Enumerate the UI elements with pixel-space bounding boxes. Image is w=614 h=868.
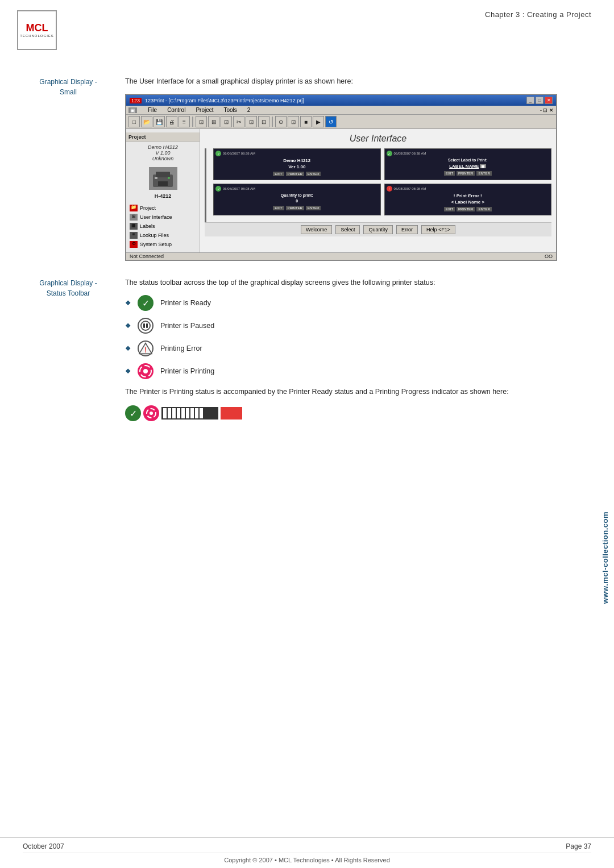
screen1-exit-btn[interactable]: EXIT [273, 172, 284, 176]
tb-c2[interactable]: ⊡ [288, 116, 299, 127]
section1-desc: The User Interface for a small graphical… [125, 76, 591, 87]
screen4-error-icon: ! [387, 186, 392, 192]
menu-tools[interactable]: Tools [222, 106, 239, 114]
logo-sub: TECHNOLOGIES [20, 34, 54, 38]
tb-print[interactable]: 🖨 [166, 116, 177, 127]
svg-point-15 [150, 412, 153, 415]
tb-b2[interactable]: ⊞ [208, 116, 219, 127]
sidebar-item-project[interactable]: 📁 Project [126, 203, 200, 213]
screen1-content: Demo H4212Ver 1.00 [215, 157, 379, 170]
screen3-enter-btn[interactable]: ENTER [306, 206, 321, 210]
tb-b6[interactable]: ⊡ [258, 116, 269, 127]
lookup-icon: ≡ [130, 232, 138, 239]
tb-new[interactable]: □ [128, 116, 140, 127]
tb-prev[interactable]: ≡ [179, 116, 190, 127]
app-titlebar: 123 123Print - [C:\Program Files\MCL3\12… [126, 95, 556, 106]
screen2-exit-btn[interactable]: EXIT [444, 171, 455, 176]
error-label: Printing Error [160, 344, 202, 352]
screen4-enter-btn[interactable]: ENTER [476, 207, 491, 211]
status-right: OO [545, 254, 553, 259]
menu-file[interactable]: File [146, 106, 159, 114]
menu-control[interactable]: Control [165, 106, 187, 114]
minimize-btn[interactable]: _ [526, 97, 534, 104]
tb-refresh[interactable]: ↺ [325, 116, 337, 127]
status-item-error: ❖ ! Printing Error [125, 340, 591, 356]
sidebar-item-systemsetup[interactable]: ⚙ System Setup [126, 240, 200, 249]
footer-copyright: Copyright © 2007 • MCL Technologies • Al… [23, 853, 591, 863]
sidebar-item-labels[interactable]: ▦ Labels [126, 222, 200, 231]
sidebar-item-userinterface[interactable]: ⊞ User Interface [126, 213, 200, 222]
project-icon: 📁 [130, 205, 138, 211]
section1-body: The User Interface for a small graphical… [125, 76, 591, 261]
screen4-statusbar: ! 06/08/2007 08:38 AM [387, 186, 550, 192]
printing-label: Printer is Printing [160, 367, 214, 375]
screen3-printer-btn[interactable]: PRINTER [286, 206, 304, 210]
screen1-printer-btn[interactable]: PRINTER [286, 172, 304, 176]
bullet-printing: ❖ [125, 368, 131, 375]
bottom-quantity-btn[interactable]: Quantity [363, 225, 393, 234]
display-screen-4: ! 06/08/2007 08:38 AM ! Print Error !< L… [384, 184, 552, 215]
printing-icon [138, 363, 154, 379]
screen3-content: Quantity to print:0 [215, 193, 379, 204]
footer: October 2007 Page 37 Copyright © 2007 • … [0, 837, 614, 868]
svg-text:!: ! [144, 346, 147, 354]
tb-b4[interactable]: ✂ [233, 116, 244, 127]
tb-c1[interactable]: ⊙ [275, 116, 287, 127]
tb-b5[interactable]: ⊡ [246, 116, 257, 127]
screen4-content: ! Print Error !< Label Name > [387, 193, 550, 205]
menu-2[interactable]: 2 [246, 106, 252, 114]
prog-printing-icon [143, 405, 159, 421]
logo-box: MCL TECHNOLOGIES [17, 10, 57, 50]
display-screen-3: ✓ 06/08/2007 08:38 AM Quantity to print:… [213, 184, 381, 215]
app-title: 123Print - [C:\Program Files\MCL3\123Pri… [145, 98, 304, 103]
screen2-printer-btn[interactable]: PRINTER [457, 171, 475, 176]
screen1-enter-btn[interactable]: ENTER [306, 172, 321, 176]
tb-save[interactable]: 💾 [154, 116, 165, 127]
sidebar-model: H-4212 [126, 193, 200, 199]
bottom-select-btn[interactable]: Select [335, 225, 360, 234]
tb-c4[interactable]: ▶ [313, 116, 324, 127]
screen3-timestamp: 06/08/2007 08:38 AM [223, 187, 255, 190]
titlebar-controls: _ □ ✕ [526, 97, 553, 104]
system-icon: ⚙ [130, 241, 138, 248]
section2-desc: The status toolbar across the top of the… [125, 277, 591, 288]
svg-point-12 [143, 369, 148, 373]
screen3-exit-btn[interactable]: EXIT [273, 206, 284, 210]
section2-row: Graphical Display - Status Toolbar The s… [23, 277, 591, 421]
side-watermark: www.mcl-collection.com [601, 512, 609, 604]
screen1-timestamp: 06/08/2007 08:38 AM [223, 152, 255, 155]
screen3-buttons: EXIT PRINTER ENTER [215, 206, 379, 210]
screen1-ready-icon: ✓ [215, 151, 221, 156]
display-screen-1: ✓ 06/08/2007 08:38 AM Demo H4212Ver 1.00… [213, 148, 381, 180]
bottom-welcome-btn[interactable]: Welcome [301, 225, 332, 234]
maximize-btn[interactable]: □ [536, 97, 544, 104]
header: Chapter 3 : Creating a Project [0, 0, 614, 19]
logo-area: MCL TECHNOLOGIES [17, 10, 57, 50]
app-menubar: ▣ File Control Project Tools 2 - ⊡ ✕ [126, 106, 556, 115]
app-main-panel: User Interface ✓ 06/08/2 [200, 129, 556, 252]
section1-label: Graphical Display - Small [23, 76, 114, 261]
close-btn[interactable]: ✕ [545, 97, 553, 104]
screen2-ready-icon: ✓ [387, 151, 392, 156]
footer-top: October 2007 Page 37 [23, 842, 591, 850]
svg-point-5 [141, 321, 150, 330]
tb-b1[interactable]: ⊡ [196, 116, 207, 127]
tb-b3[interactable]: ⊡ [221, 116, 232, 127]
tb-c3[interactable]: ■ [300, 116, 312, 127]
tb-open[interactable]: 📂 [141, 116, 152, 127]
screen4-exit-btn[interactable]: EXIT [444, 207, 455, 211]
screen2-content: Select Label to Print: LABEL NAME ▣ [387, 157, 550, 169]
footer-date: October 2007 [23, 842, 64, 850]
error-icon: ! [138, 340, 154, 356]
progress-desc: The Printer is Printing status is accomp… [125, 386, 591, 397]
footer-page: Page 37 [566, 842, 591, 850]
bottom-help-btn[interactable]: Help <F1> [421, 225, 455, 234]
screen2-enter-btn[interactable]: ENTER [476, 171, 491, 176]
progress-indicator: ✓ [125, 405, 591, 421]
sidebar-item-lookup[interactable]: ≡ Lookup Files [126, 231, 200, 240]
bottom-error-btn[interactable]: Error [396, 225, 418, 234]
printer-image [149, 167, 177, 190]
menu-project[interactable]: Project [194, 106, 215, 114]
screen4-printer-btn[interactable]: PRINTER [457, 207, 475, 211]
display-screens-grid: ✓ 06/08/2007 08:38 AM Demo H4212Ver 1.00… [213, 148, 551, 215]
